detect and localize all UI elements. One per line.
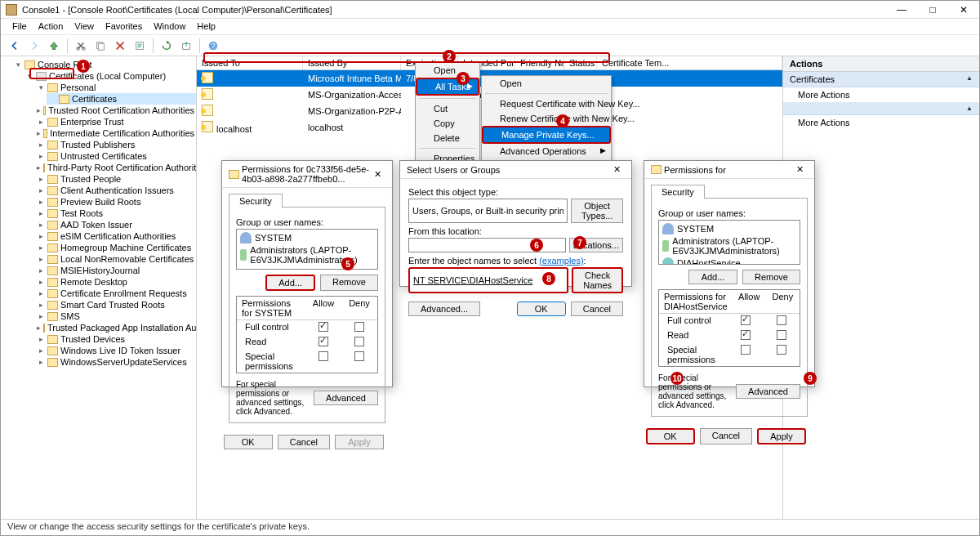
help-icon[interactable]: ? xyxy=(204,37,222,55)
tree-node[interactable]: ▸WindowsServerUpdateServices xyxy=(35,356,196,368)
user-item[interactable]: Administrators (LAPTOP-E6V3JKJM\Administ… xyxy=(238,244,376,266)
allow-checkbox[interactable] xyxy=(741,345,751,355)
allow-checkbox[interactable] xyxy=(318,337,328,346)
tree-node[interactable]: ▸Trusted Devices xyxy=(35,333,196,345)
remove-button[interactable]: Remove xyxy=(320,275,378,291)
col-issued-by[interactable]: Issued By xyxy=(303,56,401,69)
allow-checkbox[interactable] xyxy=(741,330,751,340)
actions-section[interactable]: Certificates▲ xyxy=(783,72,979,87)
list-header[interactable]: Issued To Issued By Expiration Date Inte… xyxy=(197,56,782,70)
user-item[interactable]: SYSTEM xyxy=(661,222,798,235)
close-button[interactable]: ✕ xyxy=(948,1,979,19)
examples-link[interactable]: (examples) xyxy=(539,256,583,266)
export-icon[interactable] xyxy=(177,37,195,55)
advanced-button[interactable]: Advanced xyxy=(736,384,800,399)
forward-button[interactable] xyxy=(25,37,43,55)
deny-checkbox[interactable] xyxy=(354,351,364,361)
tab-security[interactable]: Security xyxy=(651,185,705,199)
ok-button[interactable]: OK xyxy=(646,428,695,444)
tree-node[interactable]: ▸Intermediate Certification Authorities xyxy=(35,127,196,139)
ok-button[interactable]: OK xyxy=(517,302,566,316)
menu-window[interactable]: Window xyxy=(149,20,190,33)
back-button[interactable] xyxy=(6,37,24,55)
tree-certificates-local[interactable]: ▾Certificates (Local Computer) xyxy=(24,70,196,82)
cancel-button[interactable]: Cancel xyxy=(700,428,752,444)
actions-more[interactable]: More Actions xyxy=(783,115,979,130)
advanced-button[interactable]: Advanced xyxy=(314,391,378,405)
deny-checkbox[interactable] xyxy=(777,315,786,325)
tree-node[interactable]: ▸Enterprise Trust xyxy=(35,116,196,127)
ok-button[interactable]: OK xyxy=(224,435,273,449)
tree-node[interactable]: ▸Test Roots xyxy=(35,208,196,219)
advanced-button[interactable]: Advanced... xyxy=(408,302,480,316)
ctx-delete[interactable]: Delete xyxy=(416,131,479,145)
tree-node[interactable]: ▸Trusted Root Certification Authorities xyxy=(35,105,196,116)
collapse-icon[interactable]: ▲ xyxy=(966,74,973,84)
tree-node[interactable]: ▸Smart Card Trusted Roots xyxy=(35,299,196,310)
deny-checkbox[interactable] xyxy=(354,322,364,332)
tree-node[interactable]: ▸Trusted Packaged App Installation Autho… xyxy=(35,322,196,333)
menu-view[interactable]: View xyxy=(69,20,99,33)
ctx-open[interactable]: Open xyxy=(416,63,479,78)
deny-checkbox[interactable] xyxy=(777,345,786,355)
user-item[interactable]: SYSTEM xyxy=(238,231,376,244)
tree-node[interactable]: ▸Homegroup Machine Certificates xyxy=(35,242,196,253)
tree-node[interactable]: ▸Certificate Enrollment Requests xyxy=(35,288,196,299)
cancel-button[interactable]: Cancel xyxy=(571,302,623,316)
tree-node[interactable]: ▸SMS xyxy=(35,310,196,322)
maximize-button[interactable]: □ xyxy=(917,1,948,19)
remove-button[interactable]: Remove xyxy=(742,270,800,284)
refresh-icon[interactable] xyxy=(158,37,176,55)
dialog-close[interactable]: ✕ xyxy=(791,164,808,175)
up-button[interactable] xyxy=(45,37,63,55)
ctx-renew-cert[interactable]: Renew Certificate with New Key... xyxy=(482,111,611,126)
ctx-copy[interactable]: Copy xyxy=(416,116,479,131)
menu-file[interactable]: File xyxy=(7,20,32,33)
tab-security[interactable]: Security xyxy=(229,194,283,208)
ctx-cut[interactable]: Cut xyxy=(416,101,479,116)
apply-button[interactable]: Apply xyxy=(757,428,806,444)
tree-node[interactable]: ▸AAD Token Issuer xyxy=(35,219,196,230)
properties-icon[interactable] xyxy=(131,37,149,55)
users-listbox[interactable]: SYSTEM Administrators (LAPTOP-E6V3JKJM\A… xyxy=(658,220,800,265)
tree-node[interactable]: ▸Preview Build Roots xyxy=(35,196,196,208)
col-template[interactable]: Certificate Tem... xyxy=(597,56,782,69)
allow-checkbox[interactable] xyxy=(318,322,328,332)
check-names-button[interactable]: Check Names xyxy=(572,267,623,293)
tree-node[interactable]: ▸MSIEHistoryJournal xyxy=(35,265,196,276)
add-button[interactable]: Add... xyxy=(688,270,737,284)
menu-favorites[interactable]: Favorites xyxy=(100,20,147,33)
users-listbox[interactable]: SYSTEM Administrators (LAPTOP-E6V3JKJM\A… xyxy=(236,229,378,270)
ctx-all-tasks[interactable]: All Tasks▶ xyxy=(416,78,479,96)
ctx-advanced-ops[interactable]: Advanced Operations▶ xyxy=(482,144,611,159)
user-item[interactable]: Administrators (LAPTOP-E6V3JKJM\Administ… xyxy=(661,235,798,257)
menu-help[interactable]: Help xyxy=(192,20,220,33)
tree-node[interactable]: ▸Untrusted Certificates xyxy=(35,150,196,162)
minimize-button[interactable]: — xyxy=(886,1,917,19)
cancel-button[interactable]: Cancel xyxy=(278,435,330,449)
ctx-request-cert[interactable]: Request Certificate with New Key... xyxy=(482,96,611,111)
tree-node[interactable]: ▸Trusted People xyxy=(35,173,196,185)
tree-node[interactable]: ▸Local NonRemovable Certificates xyxy=(35,253,196,265)
dialog-close[interactable]: ✕ xyxy=(608,164,625,175)
tree-node[interactable]: ▸Third-Party Root Certification Authorit… xyxy=(35,162,196,173)
tree-pane[interactable]: ▾Console Root ▾Certificates (Local Compu… xyxy=(1,56,197,519)
delete-icon[interactable] xyxy=(111,37,129,55)
menu-action[interactable]: Action xyxy=(33,20,69,33)
locations-button[interactable]: Locations... xyxy=(569,238,623,252)
allow-checkbox[interactable] xyxy=(741,315,751,325)
tree-node[interactable]: ▸Client Authentication Issuers xyxy=(35,185,196,196)
tree-node[interactable]: ▸eSIM Certification Authorities xyxy=(35,230,196,242)
collapse-icon[interactable]: ▲ xyxy=(966,105,973,112)
tree-console-root[interactable]: ▾Console Root xyxy=(12,59,196,70)
deny-checkbox[interactable] xyxy=(354,337,364,346)
tree-personal[interactable]: ▾Personal xyxy=(35,82,196,93)
apply-button[interactable]: Apply xyxy=(335,435,384,449)
object-types-button[interactable]: Object Types... xyxy=(571,199,623,223)
actions-more[interactable]: More Actions xyxy=(783,87,979,102)
col-issued-to[interactable]: Issued To xyxy=(197,56,303,69)
allow-checkbox[interactable] xyxy=(318,351,328,361)
add-button[interactable]: Add... xyxy=(265,275,315,291)
actions-section[interactable]: ▲ xyxy=(783,102,979,115)
ctx-open2[interactable]: Open xyxy=(482,76,611,91)
